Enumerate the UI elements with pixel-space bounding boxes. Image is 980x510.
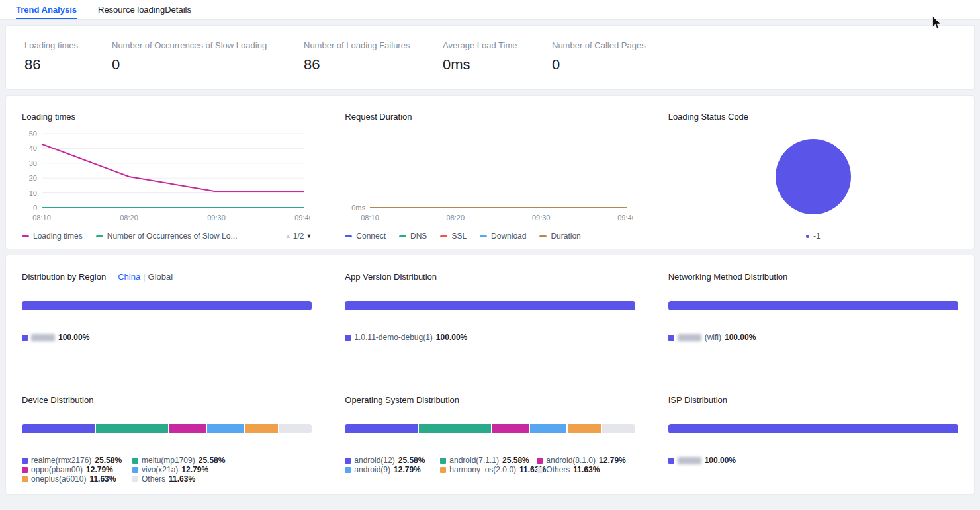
legend-item[interactable]: android(12)25.58%: [345, 456, 440, 465]
svg-text:40: 40: [29, 144, 37, 152]
legend-item[interactable]: vivo(x21a)12.79%: [132, 465, 312, 474]
legend-item[interactable]: oppo(pbam00)12.79%: [22, 465, 132, 474]
legend-pager: ▲ 1/2 ▼: [285, 232, 312, 241]
legend-swatch: [345, 458, 351, 464]
stat-label: Loading times: [24, 40, 112, 50]
request-duration-legend: ConnectDNSSSLDownloadDuration: [345, 232, 580, 241]
svg-text:09:30: 09:30: [532, 214, 551, 222]
legend-percent: 11.63%: [169, 474, 195, 484]
legend-item[interactable]: (wifi)100.00%: [668, 333, 958, 342]
loading-times-legend: Loading timesNumber of Occurrences of Sl…: [22, 232, 237, 241]
legend-swatch: [132, 476, 138, 482]
legend-label: Others: [142, 474, 165, 484]
mouse-cursor: [932, 16, 941, 30]
legend-label: Loading times: [33, 232, 83, 241]
svg-text:08:20: 08:20: [447, 214, 465, 222]
loading-times-plot: 0102030405008:1008:2009:3009:40: [22, 127, 310, 226]
legend-item[interactable]: SSL: [440, 232, 467, 241]
status-code-legend: -1: [668, 232, 958, 241]
legend-item[interactable]: Duration: [539, 232, 580, 241]
region-scope-toggle: China|Global: [118, 272, 173, 282]
legend-item[interactable]: Number of Occurrences of Slow Lo...: [96, 232, 238, 241]
legend-item[interactable]: Download: [480, 232, 526, 241]
stat-value: 86: [304, 56, 443, 73]
legend-item[interactable]: Others11.63%: [132, 474, 312, 484]
legend-swatch: [22, 335, 28, 341]
legend-item[interactable]: android(8.1.0)12.79%: [537, 456, 635, 465]
pager-down-icon[interactable]: ▼: [306, 233, 312, 239]
legend-item[interactable]: 100.00%: [22, 333, 312, 342]
legend-swatch: [537, 458, 543, 464]
legend-swatch: [345, 235, 352, 237]
legend-label: Download: [491, 232, 526, 241]
legend-label: oppo(pbam00): [31, 465, 83, 474]
legend-percent: 12.79%: [394, 465, 421, 474]
stat-loading-failures: Number of Loading Failures 86: [304, 40, 443, 73]
distribution-bar: [22, 424, 312, 433]
svg-text:08:10: 08:10: [361, 214, 380, 222]
svg-text:10: 10: [29, 189, 37, 197]
legend-label: Number of Occurrences of Slow Lo...: [107, 232, 238, 241]
stat-average-load-time: Average Load Time 0ms: [443, 40, 552, 73]
legend-swatch: [96, 235, 103, 237]
legend-swatch: [132, 467, 138, 473]
legend-item[interactable]: DNS: [399, 232, 427, 241]
legend-percent: 25.58%: [199, 456, 226, 465]
charts-card: Loading times 0102030405008:1008:2009:30…: [5, 95, 975, 249]
panel-device-distribution: Device Distribution realme(rmx2176)25.58…: [22, 395, 312, 484]
legend-label: Others: [546, 465, 570, 474]
legend-swatch: [22, 235, 29, 237]
legend-swatch: [132, 458, 138, 464]
region-toggle-china[interactable]: China: [118, 272, 140, 282]
toggle-separator: |: [143, 272, 145, 282]
legend-item[interactable]: realme(rmx2176)25.58%: [22, 456, 132, 465]
tab-trend-analysis[interactable]: Trend Analysis: [16, 0, 77, 19]
bar-segment: [530, 424, 566, 433]
svg-text:09:40: 09:40: [618, 214, 634, 222]
panel-distribution-by-region: Distribution by Region China|Global 100.…: [22, 272, 312, 342]
redacted-text: [31, 334, 55, 341]
bar-segment: [245, 424, 278, 433]
legend-item[interactable]: android(7.1.1)25.58%: [440, 456, 537, 465]
svg-text:09:40: 09:40: [294, 214, 310, 222]
bar-segment: [345, 424, 418, 433]
legend-label: (wifi): [705, 333, 721, 342]
stat-value: 86: [24, 56, 112, 73]
tab-resource-loading-details[interactable]: Resource loadingDetails: [98, 0, 191, 19]
legend-item[interactable]: 1.0.11-demo-debug(1)100.00%: [345, 333, 635, 342]
stat-loading-times: Loading times 86: [24, 40, 112, 73]
svg-text:0: 0: [33, 204, 37, 212]
request-duration-chart: Request Duration 0ms08:1008:2009:3009:40…: [345, 112, 635, 241]
legend-item[interactable]: -1: [806, 232, 821, 241]
legend-label: harmony_os(2.0.0): [449, 465, 516, 474]
legend-item[interactable]: meitu(mp1709)25.58%: [132, 456, 312, 465]
region-toggle-global[interactable]: Global: [148, 272, 173, 282]
stat-slow-loading-occurrences: Number of Occurrences of Slow Loading 0: [112, 40, 304, 73]
legend-percent: 25.58%: [95, 456, 122, 465]
legend-swatch: [806, 235, 809, 238]
legend-percent: 100.00%: [705, 456, 736, 465]
legend-item[interactable]: oneplus(a6010)11.63%: [22, 474, 132, 484]
loading-status-code-chart: Loading Status Code -1: [668, 112, 958, 241]
legend-percent: 25.58%: [502, 456, 529, 465]
pager-up-icon[interactable]: ▲: [285, 233, 291, 239]
legend-item[interactable]: 100.00%: [668, 456, 958, 465]
legend-swatch: [440, 458, 446, 464]
panel-networking-method-distribution: Networking Method Distribution (wifi)100…: [668, 272, 958, 342]
stat-called-pages: Number of Called Pages 0: [552, 40, 646, 73]
legend-label: Connect: [356, 232, 386, 241]
legend-item[interactable]: Others11.63%: [537, 465, 635, 474]
svg-text:09:30: 09:30: [207, 214, 226, 222]
distribution-legend: realme(rmx2176)25.58%meitu(mp1709)25.58%…: [22, 456, 312, 484]
legend-item[interactable]: harmony_os(2.0.0)11.63%: [440, 465, 537, 474]
distribution-bar: [668, 301, 958, 310]
legend-item[interactable]: Loading times: [22, 232, 83, 241]
legend-percent: 12.79%: [599, 456, 626, 465]
legend-swatch: [537, 467, 543, 473]
distribution-legend: 100.00%: [22, 333, 312, 342]
legend-label: android(8.1.0): [546, 456, 596, 465]
legend-percent: 12.79%: [181, 465, 208, 474]
legend-item[interactable]: android(9)12.79%: [345, 465, 440, 474]
legend-item[interactable]: Connect: [345, 232, 386, 241]
legend-swatch: [440, 235, 447, 237]
